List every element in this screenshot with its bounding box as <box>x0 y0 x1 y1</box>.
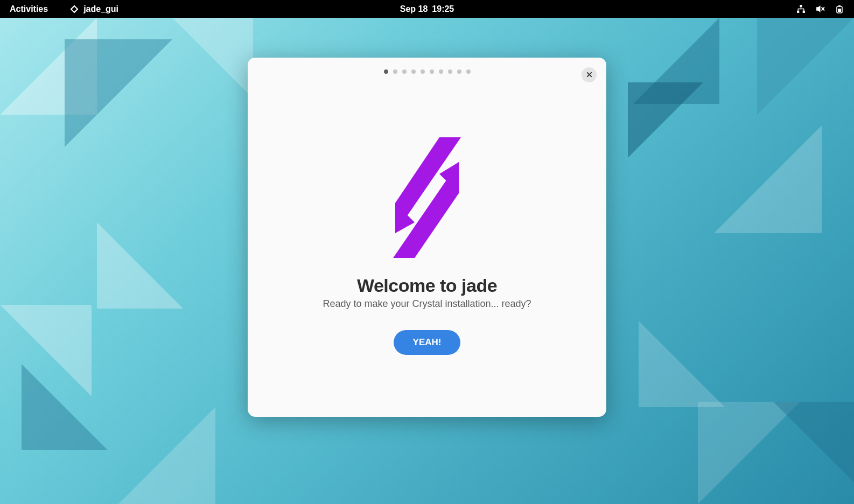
svg-rect-5 <box>838 9 841 12</box>
svg-rect-0 <box>800 5 802 7</box>
close-button[interactable] <box>582 67 597 82</box>
svg-rect-2 <box>802 11 804 13</box>
carousel-dot[interactable] <box>384 69 388 74</box>
app-icon <box>69 4 79 14</box>
carousel-dot[interactable] <box>402 69 407 74</box>
welcome-dialog: Welcome to jade Ready to make your Cryst… <box>248 58 606 417</box>
svg-rect-1 <box>797 11 799 13</box>
dialog-title: Welcome to jade <box>357 275 497 296</box>
time-label: 19:25 <box>432 4 454 14</box>
carousel-dot[interactable] <box>466 69 471 74</box>
network-icon[interactable] <box>796 4 806 14</box>
system-tray[interactable] <box>796 4 844 14</box>
carousel-dot[interactable] <box>448 69 452 74</box>
carousel-dot[interactable] <box>393 69 397 74</box>
activities-button[interactable]: Activities <box>10 4 48 14</box>
top-panel: Activities jade_gui Sep 18 19:25 <box>0 0 854 18</box>
carousel-dot[interactable] <box>439 69 443 74</box>
close-icon <box>586 71 592 79</box>
dialog-subtitle: Ready to make your Crystal installation.… <box>323 298 531 310</box>
active-app-name: jade_gui <box>83 4 118 14</box>
yeah-button[interactable]: YEAH! <box>394 330 461 355</box>
clock[interactable]: Sep 18 19:25 <box>400 4 454 14</box>
carousel-dot[interactable] <box>430 69 434 74</box>
volume-muted-icon[interactable] <box>815 4 825 14</box>
carousel-dot[interactable] <box>457 69 461 74</box>
date-label: Sep 18 <box>400 4 428 14</box>
battery-icon[interactable] <box>835 4 844 14</box>
carousel-dot[interactable] <box>411 69 416 74</box>
top-panel-left: Activities jade_gui <box>10 4 118 14</box>
carousel-dots <box>384 69 471 74</box>
active-app-indicator[interactable]: jade_gui <box>69 4 118 14</box>
jade-logo <box>381 137 473 260</box>
svg-rect-4 <box>838 5 841 6</box>
carousel-dot[interactable] <box>421 69 425 74</box>
